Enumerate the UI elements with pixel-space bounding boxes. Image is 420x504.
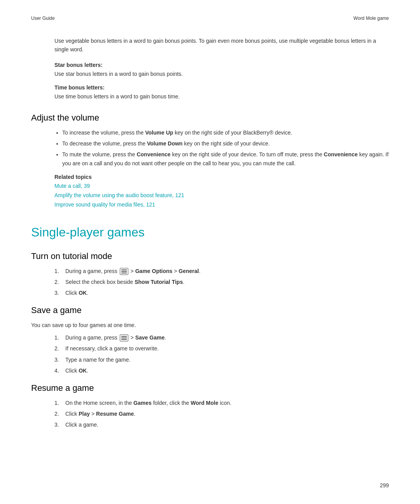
related-link-mute[interactable]: Mute a call, 39 <box>54 182 389 191</box>
bullet-item: To decrease the volume, press the Volume… <box>62 139 389 148</box>
save-game-steps: 1. During a game, press > Save Game. 2. … <box>31 333 389 375</box>
related-topics-label: Related topics <box>31 174 389 180</box>
resume-game-steps: 1. On the Home screen, in the Games fold… <box>31 399 389 429</box>
save-step-4: 4. Click OK. <box>54 366 389 375</box>
save-step-2: 2. If necessary, click a game to overwri… <box>54 344 389 353</box>
menu-icon-save <box>120 334 128 341</box>
star-bonus-desc: Use star bonus letters in a word to gain… <box>31 70 389 78</box>
related-links: Mute a call, 39 Amplify the volume using… <box>31 182 389 209</box>
bullet-item: To increase the volume, press the Volume… <box>62 128 389 137</box>
header-right: Word Mole game <box>354 16 389 21</box>
intro-paragraph: Use vegetable bonus letters in a word to… <box>31 37 389 54</box>
resume-step-2: 2. Click Play > Resume Game. <box>54 410 389 418</box>
save-game-intro: You can save up to four games at one tim… <box>31 321 389 329</box>
save-game-heading: Save a game <box>31 305 389 315</box>
related-link-improve[interactable]: Improve sound quality for media files, 1… <box>54 200 389 210</box>
single-player-heading: Single-player games <box>31 225 389 240</box>
bullet-item: To mute the volume, press the Convenienc… <box>62 150 389 168</box>
tutorial-mode-heading: Turn on tutorial mode <box>31 251 389 261</box>
page-footer: 299 <box>380 482 389 488</box>
menu-icon <box>120 268 128 275</box>
tutorial-step-1: 1. During a game, press > Game Options >… <box>54 267 389 275</box>
tutorial-step-2: 2. Select the check box beside Show Tuto… <box>54 278 389 286</box>
resume-step-3: 3. Click a game. <box>54 420 389 429</box>
time-bonus-desc: Use time bonus letters in a word to gain… <box>31 92 389 101</box>
page-header: User Guide Word Mole game <box>31 16 389 21</box>
save-step-1: 1. During a game, press > Save Game. <box>54 333 389 342</box>
related-link-amplify[interactable]: Amplify the volume using the audio boost… <box>54 191 389 200</box>
tutorial-mode-steps: 1. During a game, press > Game Options >… <box>31 267 389 298</box>
star-bonus-label: Star bonus letters: <box>31 62 389 68</box>
resume-step-1: 1. On the Home screen, in the Games fold… <box>54 399 389 407</box>
volume-bullets: To increase the volume, press the Volume… <box>31 128 389 168</box>
adjust-volume-heading: Adjust the volume <box>31 113 389 123</box>
time-bonus-label: Time bonus letters: <box>31 84 389 91</box>
save-step-3: 3. Type a name for the game. <box>54 355 389 364</box>
header-left: User Guide <box>31 16 55 21</box>
resume-game-heading: Resume a game <box>31 383 389 393</box>
page-number: 299 <box>380 482 389 488</box>
tutorial-step-3: 3. Click OK. <box>54 289 389 297</box>
